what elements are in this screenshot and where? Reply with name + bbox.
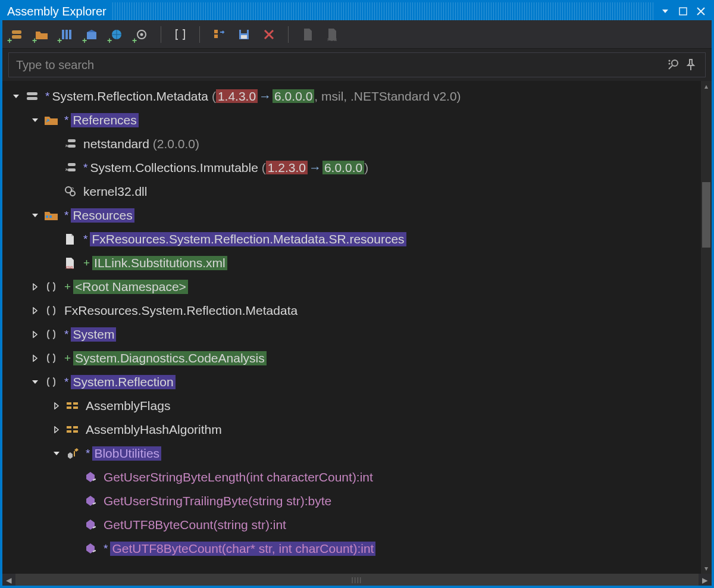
svg-rect-37 [73, 426, 78, 429]
chevron-right-icon[interactable] [30, 329, 40, 340]
namespace-icon [44, 304, 58, 318]
svg-rect-0 [679, 8, 687, 15]
tree-row-member[interactable]: * GetUTF8ByteCount(char* str, int charCo… [2, 537, 701, 561]
method-icon [83, 494, 98, 508]
tree-row-type-blob[interactable]: * BlobUtilities [2, 442, 701, 465]
xml-file-icon: XML [63, 256, 77, 270]
add-marker: + [64, 352, 71, 365]
dropdown-icon[interactable] [659, 5, 671, 17]
svg-text:XML: XML [65, 265, 74, 269]
tree-row-resource-sr[interactable]: * FxResources.System.Reflection.Metadata… [2, 227, 701, 251]
svg-rect-32 [67, 406, 71, 409]
tree-row-ref-immutable[interactable]: * System.Collections.Immutable (1.2.3.0→… [2, 156, 701, 180]
tree-row-ns-fxres[interactable]: FxResources.System.Reflection.Metadata [2, 299, 701, 323]
chevron-right-icon[interactable] [30, 305, 40, 316]
svg-rect-31 [67, 402, 71, 405]
delete-icon[interactable] [261, 26, 277, 43]
type-name: AssemblyFlags [86, 399, 170, 413]
chevron-right-icon[interactable] [30, 282, 40, 292]
vertical-scrollbar[interactable]: ▴ ▾ [701, 81, 712, 574]
search-input[interactable] [9, 58, 667, 72]
resources-folder-icon [44, 208, 58, 223]
scroll-left-icon[interactable]: ◂ [2, 573, 15, 587]
pin-icon[interactable] [686, 59, 705, 71]
svg-rect-13 [241, 30, 247, 33]
tree-row-ns-root[interactable]: + <Root Namespace> [2, 275, 701, 299]
assembly-name: System.Reflection.Metadata (1.4.3.0→6.0.… [52, 89, 461, 104]
chevron-down-icon[interactable] [30, 210, 40, 221]
change-marker: * [86, 447, 90, 460]
svg-point-9 [140, 33, 143, 36]
add-assembly-icon[interactable] [8, 26, 25, 43]
tree-row-references[interactable]: * References [2, 108, 701, 132]
add-library-icon[interactable] [58, 26, 75, 43]
search-bar[interactable] [8, 52, 706, 77]
chevron-down-icon[interactable] [11, 91, 21, 102]
svg-rect-19 [27, 92, 37, 95]
add-package-icon[interactable] [83, 26, 100, 43]
scroll-down-icon[interactable]: ▾ [701, 563, 712, 574]
chevron-right-icon[interactable] [30, 353, 40, 364]
svg-rect-28 [46, 215, 48, 218]
file-icon [63, 232, 77, 246]
scroll-thumb[interactable] [702, 182, 710, 248]
ref-name: netstandard (2.0.0.0) [83, 137, 199, 151]
titlebar-grip[interactable] [112, 2, 653, 20]
scroll-up-icon[interactable]: ▴ [701, 81, 712, 92]
svg-rect-14 [241, 35, 247, 39]
dll-icon: ? [63, 184, 77, 199]
pdb-icon-2[interactable]: PDB [324, 26, 341, 43]
chevron-down-icon[interactable] [30, 377, 40, 387]
tree-row-type-asmhash[interactable]: AssemblyHashAlgorithm [2, 418, 701, 442]
assembly-tree[interactable]: * System.Reflection.Metadata (1.4.3.0→6.… [2, 81, 701, 574]
tree-row-member[interactable]: GetUTF8ByteCount(string str):int [2, 513, 701, 537]
chevron-down-icon[interactable] [30, 115, 40, 126]
tree-row-ns-reflection[interactable]: * System.Reflection [2, 370, 701, 394]
tree-row-ref-kernel32[interactable]: ? kernel32.dll [2, 180, 701, 204]
save-icon[interactable] [236, 26, 252, 43]
svg-rect-23 [68, 163, 76, 166]
tree-row-resource-illink[interactable]: XML + ILLink.Substitutions.xml [2, 251, 701, 275]
grid-arrow-icon[interactable] [211, 26, 227, 43]
ns-name: System [71, 327, 116, 342]
tree-row-ns-system[interactable]: * System [2, 323, 701, 346]
change-marker: * [64, 376, 68, 389]
scroll-track[interactable]: |||| [15, 574, 699, 586]
tree-row-member[interactable]: GetUserStringByteLength(int characterCou… [2, 465, 701, 489]
svg-rect-24 [68, 168, 76, 171]
chevron-down-icon[interactable] [51, 448, 62, 459]
tree-row-type-asmflags[interactable]: AssemblyFlags [2, 394, 701, 418]
tree-row-assembly[interactable]: * System.Reflection.Metadata (1.4.3.0→6.… [2, 85, 701, 108]
chevron-right-icon[interactable] [51, 401, 62, 411]
svg-point-16 [672, 60, 678, 66]
window-title: Assembly Explorer [7, 5, 107, 18]
pdb-icon-1[interactable] [299, 26, 316, 43]
ref-name: System.Collections.Immutable (1.2.3.0→6.… [90, 161, 368, 175]
member-sig: GetUserStringTrailingByte(string str):by… [104, 494, 331, 508]
svg-point-18 [669, 63, 671, 65]
search-options-icon[interactable] [667, 59, 686, 71]
ref-name: kernel32.dll [83, 184, 147, 199]
member-sig: GetUTF8ByteCount(char* str, int charCoun… [110, 542, 375, 556]
svg-rect-21 [68, 139, 76, 142]
tree-row-ns-diag[interactable]: + System.Diagnostics.CodeAnalysis [2, 346, 701, 370]
tree-row-resources[interactable]: * Resources [2, 204, 701, 227]
add-marker: + [83, 257, 90, 270]
titlebar[interactable]: Assembly Explorer [2, 2, 712, 20]
brackets-icon[interactable] [172, 26, 189, 43]
add-folder-icon[interactable] [33, 26, 50, 43]
maximize-icon[interactable] [677, 5, 689, 17]
tree-row-member[interactable]: GetUserStringTrailingByte(string str):by… [2, 489, 701, 513]
chevron-right-icon[interactable] [51, 424, 62, 435]
add-settings-icon[interactable] [133, 26, 150, 43]
horizontal-scrollbar[interactable]: ◂ |||| ▸ [2, 574, 712, 586]
enum-icon [65, 423, 80, 437]
close-icon[interactable] [695, 5, 707, 17]
scroll-right-icon[interactable]: ▸ [699, 573, 712, 587]
tree-row-ref-netstandard[interactable]: netstandard (2.0.0.0) [2, 132, 701, 156]
change-marker: * [104, 542, 108, 555]
ns-name: System.Diagnostics.CodeAnalysis [73, 351, 267, 365]
svg-rect-22 [68, 145, 76, 148]
toolbar-separator [161, 26, 161, 43]
add-globe-icon[interactable] [108, 26, 125, 43]
